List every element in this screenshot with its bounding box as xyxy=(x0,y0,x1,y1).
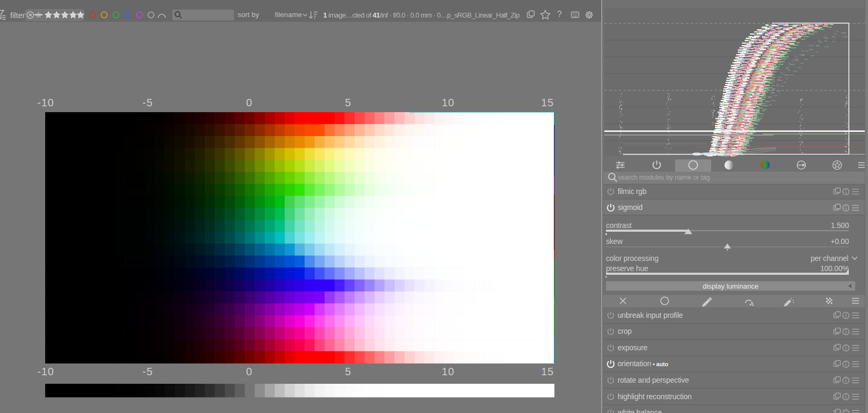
svg-text:10: 10 xyxy=(442,97,454,108)
svg-text:-5: -5 xyxy=(142,366,153,377)
svg-text:-5: -5 xyxy=(142,97,153,108)
svg-text:15: 15 xyxy=(541,366,554,377)
svg-text:5: 5 xyxy=(345,97,351,108)
svg-text:15: 15 xyxy=(541,97,554,108)
svg-text:0: 0 xyxy=(246,97,252,108)
svg-text:10: 10 xyxy=(442,366,454,377)
svg-text:-10: -10 xyxy=(37,366,54,377)
svg-text:5: 5 xyxy=(345,366,351,377)
svg-text:0: 0 xyxy=(246,366,252,377)
svg-text:-10: -10 xyxy=(37,97,54,108)
